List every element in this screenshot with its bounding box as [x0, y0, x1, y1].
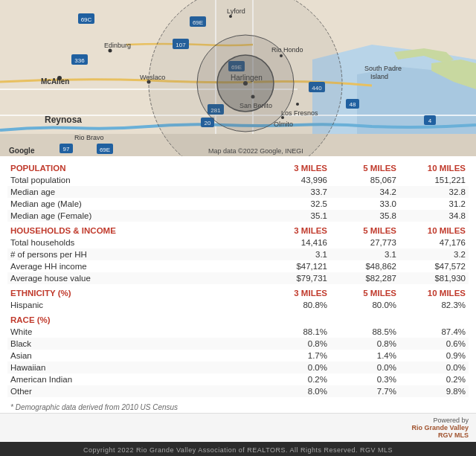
svg-text:336: 336 [74, 57, 85, 64]
svg-text:Rio Bravo: Rio Bravo [74, 134, 104, 141]
data-table-wrapper: POPULATION 3 MILES 5 MILES 10 MILES Tota… [0, 156, 476, 400]
ethnicity-section-header: ETHNICITY (%) 3 MILES 5 MILES 10 MILES [7, 284, 469, 299]
table-row: Total population 43,996 85,067 151,221 [7, 174, 469, 186]
svg-point-12 [109, 49, 112, 53]
table-row: Median age (Female) 35.1 35.8 34.8 [7, 210, 469, 222]
table-row: American Indian 0.2% 0.3% 0.2% [7, 373, 469, 385]
households-section-header: HOUSEHOLDS & INCOME 3 MILES 5 MILES 10 M… [7, 222, 469, 237]
table-row: Black 0.8% 0.8% 0.6% [7, 338, 469, 350]
table-row: White 88.1% 88.5% 87.4% [7, 326, 469, 338]
table-row: Hispanic 80.8% 80.0% 82.3% [7, 299, 469, 311]
table-row: Total households 14,416 27,773 47,176 [7, 237, 469, 248]
svg-text:4: 4 [428, 118, 432, 124]
bottom-bar: Copyright 2022 Rio Grande Valley Associa… [0, 442, 476, 456]
table-row: Average HH income $47,121 $48,862 $47,57… [7, 260, 469, 272]
table-row: Asian 1.7% 1.4% 0.9% [7, 350, 469, 362]
table-row: Hawaiian 0.0% 0.0% 0.0% [7, 362, 469, 373]
svg-text:69C: 69C [81, 16, 92, 23]
svg-text:South Padre: South Padre [364, 65, 402, 72]
svg-text:97: 97 [63, 146, 70, 152]
svg-text:McAllen: McAllen [41, 77, 69, 86]
table-row: # of persons per HH 3.1 3.1 3.2 [7, 248, 469, 260]
svg-text:69E: 69E [100, 147, 110, 153]
map-container: Lyford Edinburg McAllen Weslaco Rio Hond… [0, 0, 476, 156]
table-row: Average house value $79,731 $82,287 $81,… [7, 272, 469, 284]
demographics-table: POPULATION 3 MILES 5 MILES 10 MILES Tota… [7, 159, 469, 397]
svg-text:Edinburg: Edinburg [104, 42, 131, 49]
table-row: Median age (Male) 32.5 33.0 31.2 [7, 198, 469, 210]
table-row: Other 8.0% 7.7% 9.8% [7, 385, 469, 397]
svg-text:Reynosa: Reynosa [45, 115, 82, 125]
svg-text:48: 48 [350, 101, 356, 108]
footnote: * Demographic data derived from 2010 US … [0, 400, 476, 413]
table-row: Median age 33.7 34.2 32.8 [7, 186, 469, 198]
svg-text:Island: Island [370, 73, 388, 80]
race-section-header: RACE (%) [7, 311, 469, 326]
watermark: Powered by Rio Grande Valley RGV MLS [411, 417, 469, 439]
population-section-header: POPULATION 3 MILES 5 MILES 10 MILES [7, 159, 469, 174]
svg-point-58 [149, 0, 342, 156]
bottom-bar-text: Copyright 2022 Rio Grande Valley Associa… [83, 446, 393, 454]
svg-text:Map data ©2022 Google, INEGI: Map data ©2022 Google, INEGI [208, 147, 303, 155]
svg-text:Google: Google [9, 147, 35, 155]
